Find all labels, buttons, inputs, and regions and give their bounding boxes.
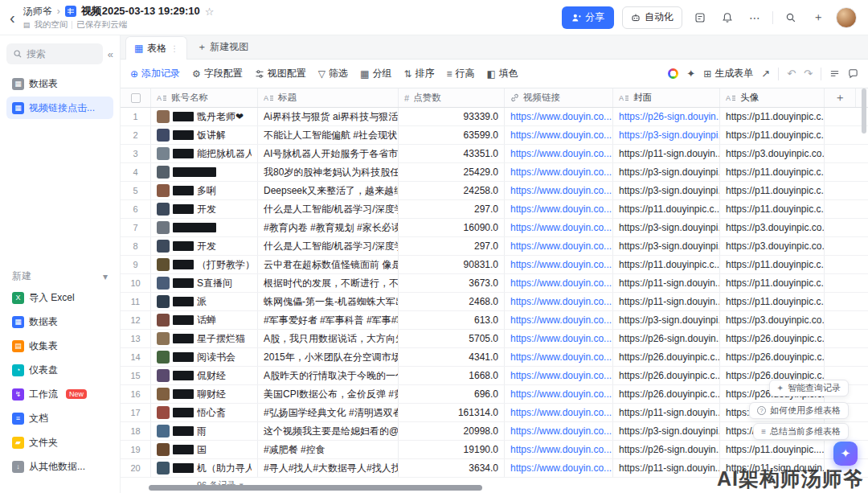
color-ring-icon[interactable]	[668, 68, 678, 79]
table-row[interactable]: 13 星子摆烂猫 A股，我只用数据说话，大方向先看... 5705.0 http…	[121, 330, 868, 348]
cell-title[interactable]: AI号脉机器人开始服务于各省市 #科...	[258, 145, 399, 162]
cell-avatar-url[interactable]: https://p11.douyinpic.c...	[720, 163, 825, 181]
row-number[interactable]: 5	[121, 182, 151, 199]
cell-avatar-url[interactable]: https://p11.douyinpic.c...	[720, 293, 825, 310]
cell-cover[interactable]: https://p3-sign.douyinpi...	[613, 422, 720, 440]
table-row[interactable]: 12 话蝉 #军事爱好者 #军事科普 #军事#军事... 613.0 https…	[121, 311, 868, 330]
cell-cover[interactable]: https://p11.douyinpic.c...	[613, 200, 720, 218]
cell-avatar-url[interactable]: https://p11.douyinpic.c...	[720, 182, 825, 199]
cell-likes[interactable]: 1668.0	[399, 367, 505, 384]
sidebar-item-new-table[interactable]: ▦ 数据表	[6, 310, 113, 333]
table-row[interactable]: 9 （打野教学） 云中君在超标数值怪镜面前 像是一... 90831.0 htt…	[121, 256, 868, 274]
cell-video-link[interactable]: https://www.douyin.co...	[505, 293, 613, 310]
adjust-icon[interactable]	[829, 68, 840, 79]
cell-account[interactable]: 星子摆烂猫	[151, 330, 258, 347]
cell-video-link[interactable]: https://www.douyin.co...	[505, 256, 613, 273]
cell-account[interactable]: 国	[151, 441, 258, 458]
cell-title[interactable]: 美国CPI数据公布，金价反弹 #黄金...	[258, 385, 399, 403]
plus-icon[interactable]: ＋	[809, 8, 828, 27]
cell-video-link[interactable]: https://www.douyin.co...	[505, 126, 613, 144]
user-avatar[interactable]	[836, 7, 857, 28]
cell-title[interactable]: 这个视频我主要是给媳妇看的@娜拉...	[258, 422, 399, 440]
row-number[interactable]: 10	[121, 274, 151, 292]
table-row[interactable]: 15 侃财经 A股昨天的行情取决于今晚的一个数... 1668.0 https:…	[121, 367, 868, 385]
cell-cover[interactable]: https://p11-sign.douyin...	[613, 459, 720, 477]
cell-cover[interactable]: https://p3-sign.douyinpi...	[613, 219, 720, 236]
table-row[interactable]: 2 饭讲解 不能让人工智能偏航 #社会现状 #人... 63599.0 http…	[121, 126, 868, 145]
table-row[interactable]: 14 阅读书会 2015年，小米团队在分空调市场... 4341.0 https…	[121, 348, 868, 367]
breadcrumb-root[interactable]: 汤师爷	[23, 5, 52, 18]
cell-account[interactable]: 饭讲解	[151, 126, 258, 144]
cell-account[interactable]: 悟心斋	[151, 404, 258, 421]
cell-account[interactable]: 开发	[151, 200, 258, 218]
cell-avatar-url[interactable]: https://p11.douyinpic....	[720, 441, 825, 458]
cell-avatar-url[interactable]: https://p11.douyinpic.c...	[720, 274, 825, 292]
cell-cover[interactable]: https://p26.douyinpic.c...	[613, 385, 720, 403]
cell-likes[interactable]: 43351.0	[399, 145, 505, 162]
cell-account[interactable]: 阅读书会	[151, 348, 258, 366]
cell-likes[interactable]: 297.0	[399, 237, 505, 255]
cell-likes[interactable]: 161314.0	[399, 404, 505, 421]
new-view-button[interactable]: ＋ 新建视图	[187, 35, 258, 59]
row-number[interactable]: 8	[121, 237, 151, 255]
star-icon[interactable]: ☆	[205, 6, 215, 18]
comment-icon[interactable]	[848, 68, 858, 79]
cell-title[interactable]: #弘扬国学经典文化 #清明遇双春五...	[258, 404, 399, 421]
add-record-button[interactable]: ⊕添加记录	[130, 67, 180, 80]
ai-chip-summarize[interactable]: ≡ 总结当前多维表格	[753, 423, 849, 440]
table-row[interactable]: 11 派 蛛网傀儡-第一集-机器蜘蛛大军出动... 2468.0 https:/…	[121, 293, 868, 311]
cell-account[interactable]: 侃财经	[151, 367, 258, 384]
cell-account[interactable]: （打野教学）	[151, 256, 258, 273]
table-row[interactable]: 8 开发 什么是人工智能/机器学习/深度学习/... 297.0 https:/…	[121, 237, 868, 256]
cell-video-link[interactable]: https://www.douyin.co...	[505, 404, 613, 421]
group-button[interactable]: ▦分组	[360, 67, 391, 80]
new-section-header[interactable]: 新建 ▾	[6, 266, 113, 286]
cell-title[interactable]: A股，我只用数据说话，大方向先看...	[258, 330, 399, 347]
cell-likes[interactable]: 613.0	[399, 311, 505, 329]
column-header-avatar[interactable]: A 头像	[720, 88, 825, 107]
cell-account[interactable]	[151, 219, 258, 236]
cell-video-link[interactable]: https://www.douyin.co...	[505, 108, 613, 125]
ai-chip-how-to-use[interactable]: ? 如何使用多维表格	[749, 402, 849, 419]
cell-cover[interactable]: https://p11.douyinpic.c...	[613, 256, 720, 273]
cell-cover[interactable]: https://p11-sign.douyin...	[613, 293, 720, 310]
add-field-button[interactable]: ＋	[825, 88, 856, 107]
row-number[interactable]: 2	[121, 126, 151, 144]
sidebar-search-input[interactable]: 搜索	[6, 43, 103, 64]
cell-title[interactable]: 云中君在超标数值怪镜面前 像是一...	[258, 256, 399, 273]
back-icon[interactable]: ‹	[8, 10, 17, 26]
row-height-button[interactable]: ≡行高	[446, 67, 474, 80]
cell-cover[interactable]: https://p26.douyinpic.c...	[613, 367, 720, 384]
cell-title[interactable]: #减肥餐 #控食	[258, 441, 399, 458]
cell-avatar-url[interactable]: https://p3.douyinpic.co...	[720, 145, 825, 162]
table-row[interactable]: 7 #教育内卷 #教育规划 #家长必读 16090.0 https://www.…	[121, 219, 868, 237]
column-header-video-link[interactable]: 视频链接	[505, 88, 613, 107]
row-number[interactable]: 20	[121, 459, 151, 477]
cell-account[interactable]: 多唎	[151, 182, 258, 199]
row-number[interactable]: 12	[121, 311, 151, 329]
cell-likes[interactable]: 24258.0	[399, 182, 505, 199]
cell-likes[interactable]: 3673.0	[399, 274, 505, 292]
ai-assistant-button[interactable]: ✦	[833, 442, 858, 466]
sidebar-item-dashboard[interactable]: ◔ 仪表盘	[6, 359, 113, 381]
cell-avatar-url[interactable]: https://p11.douyinpic.c...	[720, 256, 825, 273]
cell-cover[interactable]: https://p3-sign.douyinpi...	[613, 126, 720, 144]
cell-video-link[interactable]: https://www.douyin.co...	[505, 311, 613, 329]
cell-cover[interactable]: https://p3-sign.douyinpi...	[613, 182, 720, 199]
ai-chip-query-history[interactable]: ✦ 智能查询记录	[769, 380, 849, 396]
cell-video-link[interactable]: https://www.douyin.co...	[505, 385, 613, 403]
row-number[interactable]: 16	[121, 385, 151, 403]
cell-likes[interactable]: 2468.0	[399, 293, 505, 310]
cell-likes[interactable]: 696.0	[399, 385, 505, 403]
cell-avatar-url[interactable]: https://p11-sign.douyin...	[720, 459, 825, 477]
cell-title[interactable]: 什么是人工智能/机器学习/深度学习/...	[258, 237, 399, 255]
cell-video-link[interactable]: https://www.douyin.co...	[505, 330, 613, 347]
sidebar-item-video-links[interactable]: ▦ 视频链接点击...	[6, 97, 113, 119]
cell-likes[interactable]: 19190.0	[399, 441, 505, 458]
cell-title[interactable]: Deepseek又来整活了，越来越细思...	[258, 182, 399, 199]
cell-video-link[interactable]: https://www.douyin.co...	[505, 182, 613, 199]
column-header-title[interactable]: A 标题	[258, 88, 399, 107]
table-row[interactable]: 6 开发 什么是人工智能/机器学习/深度学习/... 297.0 https:/…	[121, 200, 868, 219]
cell-avatar-url[interactable]: https://p11.douyinpic.c...	[720, 108, 825, 125]
cell-video-link[interactable]: https://www.douyin.co...	[505, 459, 613, 477]
